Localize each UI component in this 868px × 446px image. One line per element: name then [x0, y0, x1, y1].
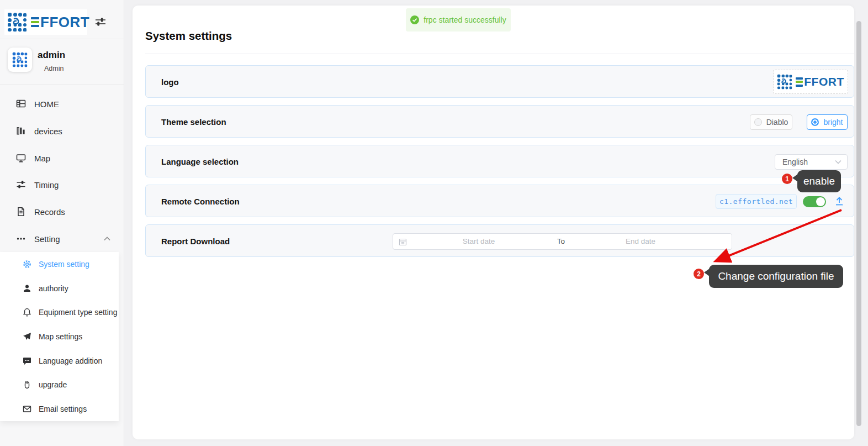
brand-e-glyph — [796, 77, 803, 87]
annotation-step-1-badge: 1 — [782, 174, 792, 184]
sidebar: FFORT admin Admin — [0, 0, 124, 446]
logo-upload-area[interactable]: FFORT — [773, 70, 848, 94]
user-role: Admin — [44, 65, 63, 72]
home-icon — [16, 99, 26, 109]
brand-qr-icon — [777, 74, 792, 90]
sidebar-item-map-settings[interactable]: Map settings — [0, 324, 119, 349]
brand-wordmark: FFORT — [796, 75, 844, 88]
ellipsis-icon — [16, 234, 26, 244]
remote-host-value: c1.effortled.net — [716, 194, 797, 209]
sidebar-item-system-setting[interactable]: System setting — [0, 252, 119, 276]
gear-icon — [23, 260, 31, 269]
brand-qr-icon — [7, 12, 27, 32]
sidebar-divider — [0, 39, 124, 39]
sidebar-item-devices[interactable]: devices — [0, 118, 124, 144]
sidebar-item-timing[interactable]: Timing — [0, 171, 124, 198]
theme-option-bright[interactable]: bright — [807, 114, 848, 130]
annotation-step-1-tooltip: enable — [797, 170, 841, 192]
upload-icon — [834, 196, 845, 207]
sidebar-item-home[interactable]: HOME — [0, 91, 124, 117]
settings-row-remote-connection: Remote Connection c1.effortled.net — [145, 185, 854, 217]
radio-selected-icon — [811, 118, 819, 126]
sidebar-item-language-addition[interactable]: Language addition — [0, 349, 119, 373]
upload-config-button[interactable] — [832, 194, 846, 208]
start-date-placeholder[interactable]: Start date — [410, 234, 548, 249]
brand-e-glyph — [31, 17, 39, 28]
sidebar-divider — [0, 84, 124, 85]
devices-icon — [16, 126, 26, 136]
page-title: System settings — [145, 29, 232, 43]
bell-icon — [23, 308, 31, 317]
theme-option-diablo[interactable]: Diablo — [750, 114, 792, 130]
range-separator: To — [550, 234, 572, 249]
sidebar-item-email-settings[interactable]: Email settings — [0, 397, 119, 421]
brand-logo[interactable]: FFORT — [4, 9, 87, 35]
chevron-up-icon — [104, 237, 110, 241]
user-icon — [23, 284, 31, 293]
sidebar-item-upgrade[interactable]: upgrade — [0, 373, 119, 397]
date-range-picker[interactable]: Start date To End date — [393, 233, 732, 250]
settings-row-theme: Theme selection Diablo bright — [145, 105, 854, 138]
settings-row-language: Language selection English — [145, 145, 854, 177]
annotation-step-2-badge: 2 — [694, 269, 704, 279]
paper-plane-icon — [23, 332, 31, 341]
monitor-icon — [16, 153, 26, 163]
user-avatar[interactable] — [8, 48, 32, 72]
mouse-icon — [23, 380, 31, 389]
language-select-value: English — [782, 158, 808, 166]
language-select[interactable]: English — [775, 154, 848, 170]
check-circle-icon — [410, 15, 419, 24]
sidebar-item-map[interactable]: Map — [0, 145, 124, 171]
title-divider — [145, 54, 854, 54]
sidebar-item-records[interactable]: Records — [0, 198, 124, 225]
main-content: frpc started successfully System setting… — [133, 6, 854, 439]
remote-connection-toggle[interactable] — [803, 196, 826, 207]
brand-wordmark: FFORT — [31, 14, 89, 31]
end-date-placeholder[interactable]: End date — [571, 234, 710, 249]
sliders-icon — [16, 180, 26, 190]
success-toast: frpc started successfully — [406, 8, 511, 32]
settings-row-logo: logo FFORT — [145, 65, 854, 98]
annotation-step-2-tooltip: Change configuration file — [709, 265, 843, 288]
calendar-icon — [399, 238, 407, 246]
sidebar-item-setting[interactable]: Setting — [0, 225, 124, 252]
scrollbar[interactable] — [856, 21, 861, 426]
sidebar-collapse-icon[interactable] — [94, 15, 107, 29]
settings-row-report-download: Report Download Start date To End date d… — [145, 224, 854, 257]
sidebar-item-equipment-type-setting[interactable]: Equipment type setting — [0, 300, 119, 324]
chevron-down-icon — [835, 160, 841, 164]
document-icon — [16, 207, 26, 217]
setting-submenu: System setting authority Equipment type … — [0, 252, 119, 421]
user-name: admin — [38, 50, 65, 61]
sidebar-item-authority[interactable]: authority — [0, 276, 119, 301]
envelope-icon — [23, 405, 31, 413]
radio-unselected-icon — [754, 118, 762, 126]
chat-bubble-icon — [23, 356, 31, 365]
toast-message: frpc started successfully — [424, 15, 506, 24]
